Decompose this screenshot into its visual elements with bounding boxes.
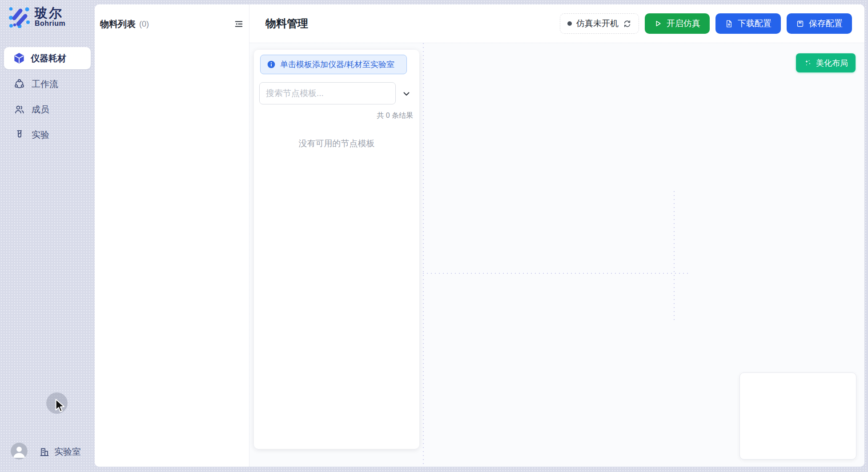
status-label: 仿真未开机	[576, 18, 619, 29]
mouse-cursor	[54, 399, 67, 414]
simulation-status-pill[interactable]: 仿真未开机	[560, 13, 639, 34]
minimap[interactable]	[739, 372, 856, 460]
main-area: 物料管理 仿真未开机 开启仿真	[249, 4, 864, 467]
cube-icon	[13, 52, 25, 64]
sidebar-item-instruments[interactable]: 仪器耗材	[4, 47, 91, 69]
materials-list-title: 物料列表	[100, 18, 136, 30]
sidebar-item-workflow[interactable]: 工作流	[4, 73, 91, 95]
status-dot-icon	[567, 21, 572, 26]
lab-label: 实验室	[54, 446, 81, 458]
refresh-icon[interactable]	[623, 20, 631, 28]
template-hint-text: 单击模板添加仪器/耗材至实验室	[280, 59, 394, 70]
page-title: 物料管理	[265, 16, 308, 31]
members-icon	[14, 104, 25, 115]
file-download-icon	[725, 20, 733, 28]
workflow-icon	[14, 79, 25, 90]
sparkles-icon	[804, 59, 812, 67]
sidebar-item-label: 成员	[32, 104, 49, 116]
template-hint-alert: 单击模板添加仪器/耗材至实验室	[260, 55, 407, 74]
brand-name-en: Bohrium	[35, 20, 65, 28]
sidebar-item-lab[interactable]: 实验室	[39, 446, 81, 458]
search-input[interactable]	[259, 82, 396, 104]
sidebar-item-label: 工作流	[32, 78, 58, 90]
materials-list-count: (0)	[139, 20, 149, 29]
brand-name-zh: 玻尔	[35, 6, 65, 20]
page-header: 物料管理 仿真未开机 开启仿真	[249, 4, 864, 43]
avatar[interactable]	[11, 443, 28, 460]
sidebar-item-experiments[interactable]: 实验	[4, 124, 91, 146]
building-icon	[39, 447, 50, 457]
info-icon	[267, 60, 276, 69]
canvas-grid-line	[674, 191, 675, 322]
canvas-grid-line	[423, 273, 691, 274]
brand-logo: 玻尔 Bohrium	[8, 6, 65, 28]
collapse-panel-icon[interactable]	[233, 18, 245, 30]
template-panel: 单击模板添加仪器/耗材至实验室 共 0 条结果 没有可用的节点模板	[254, 50, 419, 449]
sidebar-item-label: 实验	[32, 129, 49, 141]
download-config-button[interactable]: 下载配置	[715, 13, 781, 34]
play-icon	[654, 20, 662, 28]
save-config-button[interactable]: 保存配置	[787, 13, 852, 34]
materials-list-panel: 物料列表 (0)	[95, 4, 249, 467]
flow-canvas[interactable]: 单击模板添加仪器/耗材至实验室 共 0 条结果 没有可用的节点模板	[249, 43, 864, 467]
canvas-grid-line	[423, 43, 424, 467]
main-card: 物料列表 (0) 物料管理 仿真未开机	[95, 4, 864, 467]
sidebar-item-label: 仪器耗材	[31, 52, 66, 64]
empty-state-text: 没有可用的节点模板	[254, 138, 419, 149]
beautify-layout-button[interactable]: 美化布局	[796, 53, 856, 72]
sidebar-footer: 实验室	[0, 441, 95, 472]
sidebar-item-members[interactable]: 成员	[4, 98, 91, 120]
result-count: 共 0 条结果	[377, 111, 413, 120]
start-simulation-button[interactable]: 开启仿真	[645, 13, 710, 34]
chevron-down-icon[interactable]	[401, 88, 412, 100]
save-icon	[796, 20, 804, 28]
test-tube-icon	[14, 129, 25, 140]
bohrium-logo-icon	[8, 6, 30, 28]
